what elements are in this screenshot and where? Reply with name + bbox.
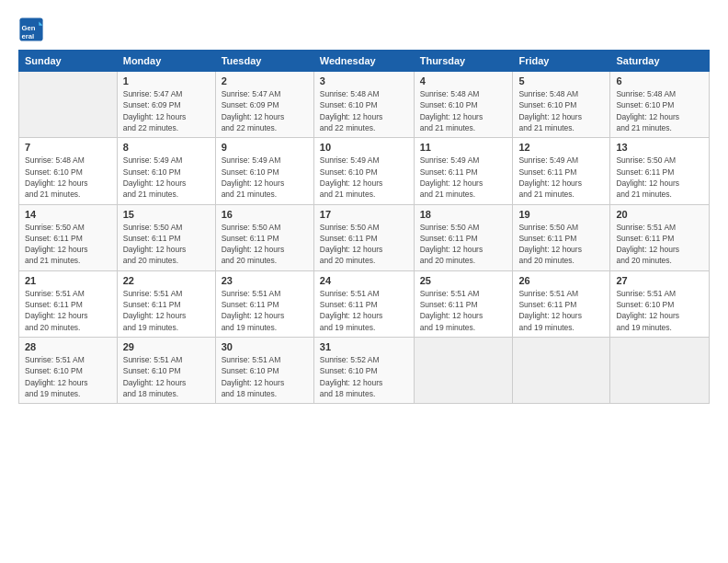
day-cell: 7Sunrise: 5:48 AMSunset: 6:10 PMDaylight… bbox=[19, 138, 118, 204]
day-number: 14 bbox=[25, 209, 111, 220]
col-header-saturday: Saturday bbox=[610, 51, 710, 72]
day-detail: Sunrise: 5:47 AMSunset: 6:09 PMDaylight:… bbox=[222, 88, 308, 133]
day-detail: Sunrise: 5:52 AMSunset: 6:10 PMDaylight:… bbox=[320, 354, 408, 399]
day-detail: Sunrise: 5:50 AMSunset: 6:11 PMDaylight:… bbox=[518, 222, 604, 267]
svg-text:Gen: Gen bbox=[22, 24, 36, 32]
col-header-monday: Monday bbox=[117, 51, 215, 72]
day-number: 29 bbox=[123, 341, 210, 352]
day-number: 1 bbox=[123, 75, 210, 86]
day-number: 31 bbox=[320, 341, 408, 352]
day-detail: Sunrise: 5:47 AMSunset: 6:09 PMDaylight:… bbox=[123, 88, 210, 133]
day-detail: Sunrise: 5:50 AMSunset: 6:11 PMDaylight:… bbox=[123, 222, 210, 267]
day-number: 19 bbox=[518, 209, 604, 220]
day-detail: Sunrise: 5:51 AMSunset: 6:10 PMDaylight:… bbox=[222, 354, 308, 399]
day-detail: Sunrise: 5:50 AMSunset: 6:11 PMDaylight:… bbox=[222, 222, 308, 267]
day-number: 21 bbox=[25, 275, 111, 286]
day-number: 17 bbox=[320, 209, 408, 220]
calendar-header-row: SundayMondayTuesdayWednesdayThursdayFrid… bbox=[19, 51, 710, 72]
day-cell: 12Sunrise: 5:49 AMSunset: 6:11 PMDayligh… bbox=[513, 138, 610, 204]
day-cell bbox=[513, 338, 610, 404]
day-cell: 27Sunrise: 5:51 AMSunset: 6:10 PMDayligh… bbox=[610, 270, 710, 337]
day-cell: 28Sunrise: 5:51 AMSunset: 6:10 PMDayligh… bbox=[19, 338, 118, 404]
day-cell: 30Sunrise: 5:51 AMSunset: 6:10 PMDayligh… bbox=[215, 338, 313, 404]
day-cell: 14Sunrise: 5:50 AMSunset: 6:11 PMDayligh… bbox=[19, 204, 118, 270]
day-detail: Sunrise: 5:50 AMSunset: 6:11 PMDaylight:… bbox=[25, 222, 111, 267]
day-detail: Sunrise: 5:48 AMSunset: 6:10 PMDaylight:… bbox=[518, 88, 604, 133]
day-number: 5 bbox=[518, 75, 604, 86]
day-detail: Sunrise: 5:48 AMSunset: 6:10 PMDaylight:… bbox=[616, 88, 703, 133]
week-row-5: 28Sunrise: 5:51 AMSunset: 6:10 PMDayligh… bbox=[19, 338, 710, 404]
day-number: 7 bbox=[25, 142, 111, 153]
week-row-3: 14Sunrise: 5:50 AMSunset: 6:11 PMDayligh… bbox=[19, 204, 710, 270]
day-detail: Sunrise: 5:51 AMSunset: 6:11 PMDaylight:… bbox=[222, 288, 308, 333]
day-cell bbox=[414, 338, 513, 404]
day-cell: 9Sunrise: 5:49 AMSunset: 6:10 PMDaylight… bbox=[215, 138, 313, 204]
page-header: Gen eral bbox=[18, 17, 710, 42]
day-cell: 3Sunrise: 5:48 AMSunset: 6:10 PMDaylight… bbox=[313, 72, 414, 138]
day-detail: Sunrise: 5:49 AMSunset: 6:10 PMDaylight:… bbox=[222, 155, 308, 200]
day-detail: Sunrise: 5:51 AMSunset: 6:11 PMDaylight:… bbox=[25, 288, 111, 333]
day-cell: 20Sunrise: 5:51 AMSunset: 6:11 PMDayligh… bbox=[610, 204, 710, 270]
day-detail: Sunrise: 5:50 AMSunset: 6:11 PMDaylight:… bbox=[320, 222, 408, 267]
day-cell bbox=[610, 338, 710, 404]
day-detail: Sunrise: 5:51 AMSunset: 6:11 PMDaylight:… bbox=[616, 222, 703, 267]
day-cell: 6Sunrise: 5:48 AMSunset: 6:10 PMDaylight… bbox=[610, 72, 710, 138]
col-header-tuesday: Tuesday bbox=[215, 51, 313, 72]
logo: Gen eral bbox=[18, 17, 48, 42]
week-row-2: 7Sunrise: 5:48 AMSunset: 6:10 PMDaylight… bbox=[19, 138, 710, 204]
day-cell: 11Sunrise: 5:49 AMSunset: 6:11 PMDayligh… bbox=[414, 138, 513, 204]
day-detail: Sunrise: 5:51 AMSunset: 6:10 PMDaylight:… bbox=[25, 354, 111, 399]
day-number: 2 bbox=[222, 75, 308, 86]
day-detail: Sunrise: 5:50 AMSunset: 6:11 PMDaylight:… bbox=[420, 222, 507, 267]
day-cell: 24Sunrise: 5:51 AMSunset: 6:11 PMDayligh… bbox=[313, 270, 414, 337]
day-cell: 13Sunrise: 5:50 AMSunset: 6:11 PMDayligh… bbox=[610, 138, 710, 204]
day-number: 12 bbox=[518, 142, 604, 153]
logo-icon: Gen eral bbox=[18, 17, 44, 42]
day-cell: 8Sunrise: 5:49 AMSunset: 6:10 PMDaylight… bbox=[117, 138, 215, 204]
day-cell: 22Sunrise: 5:51 AMSunset: 6:11 PMDayligh… bbox=[117, 270, 215, 337]
day-detail: Sunrise: 5:51 AMSunset: 6:11 PMDaylight:… bbox=[123, 288, 210, 333]
day-cell: 19Sunrise: 5:50 AMSunset: 6:11 PMDayligh… bbox=[513, 204, 610, 270]
day-cell: 4Sunrise: 5:48 AMSunset: 6:10 PMDaylight… bbox=[414, 72, 513, 138]
day-number: 15 bbox=[123, 209, 210, 220]
col-header-thursday: Thursday bbox=[414, 51, 513, 72]
day-number: 23 bbox=[222, 275, 308, 286]
day-number: 9 bbox=[222, 142, 308, 153]
day-detail: Sunrise: 5:49 AMSunset: 6:10 PMDaylight:… bbox=[320, 155, 408, 200]
day-cell: 26Sunrise: 5:51 AMSunset: 6:11 PMDayligh… bbox=[513, 270, 610, 337]
col-header-sunday: Sunday bbox=[19, 51, 118, 72]
day-cell: 2Sunrise: 5:47 AMSunset: 6:09 PMDaylight… bbox=[215, 72, 313, 138]
day-number: 10 bbox=[320, 142, 408, 153]
day-number: 6 bbox=[616, 75, 703, 86]
day-number: 13 bbox=[616, 142, 703, 153]
day-number: 27 bbox=[616, 275, 703, 286]
day-cell bbox=[19, 72, 118, 138]
day-number: 3 bbox=[320, 75, 408, 86]
day-cell: 10Sunrise: 5:49 AMSunset: 6:10 PMDayligh… bbox=[313, 138, 414, 204]
day-number: 26 bbox=[518, 275, 604, 286]
week-row-1: 1Sunrise: 5:47 AMSunset: 6:09 PMDaylight… bbox=[19, 72, 710, 138]
day-cell: 18Sunrise: 5:50 AMSunset: 6:11 PMDayligh… bbox=[414, 204, 513, 270]
day-number: 25 bbox=[420, 275, 507, 286]
day-detail: Sunrise: 5:50 AMSunset: 6:11 PMDaylight:… bbox=[616, 155, 703, 200]
day-detail: Sunrise: 5:48 AMSunset: 6:10 PMDaylight:… bbox=[420, 88, 507, 133]
day-number: 20 bbox=[616, 209, 703, 220]
day-detail: Sunrise: 5:51 AMSunset: 6:11 PMDaylight:… bbox=[518, 288, 604, 333]
day-detail: Sunrise: 5:51 AMSunset: 6:10 PMDaylight:… bbox=[123, 354, 210, 399]
day-number: 22 bbox=[123, 275, 210, 286]
day-detail: Sunrise: 5:51 AMSunset: 6:11 PMDaylight:… bbox=[320, 288, 408, 333]
day-number: 8 bbox=[123, 142, 210, 153]
day-cell: 17Sunrise: 5:50 AMSunset: 6:11 PMDayligh… bbox=[313, 204, 414, 270]
col-header-wednesday: Wednesday bbox=[313, 51, 414, 72]
day-detail: Sunrise: 5:51 AMSunset: 6:11 PMDaylight:… bbox=[420, 288, 507, 333]
day-cell: 5Sunrise: 5:48 AMSunset: 6:10 PMDaylight… bbox=[513, 72, 610, 138]
day-number: 24 bbox=[320, 275, 408, 286]
day-cell: 29Sunrise: 5:51 AMSunset: 6:10 PMDayligh… bbox=[117, 338, 215, 404]
day-cell: 31Sunrise: 5:52 AMSunset: 6:10 PMDayligh… bbox=[313, 338, 414, 404]
day-number: 18 bbox=[420, 209, 507, 220]
day-cell: 16Sunrise: 5:50 AMSunset: 6:11 PMDayligh… bbox=[215, 204, 313, 270]
svg-text:eral: eral bbox=[22, 32, 35, 40]
calendar-table: SundayMondayTuesdayWednesdayThursdayFrid… bbox=[18, 50, 710, 404]
day-cell: 23Sunrise: 5:51 AMSunset: 6:11 PMDayligh… bbox=[215, 270, 313, 337]
day-detail: Sunrise: 5:49 AMSunset: 6:10 PMDaylight:… bbox=[123, 155, 210, 200]
